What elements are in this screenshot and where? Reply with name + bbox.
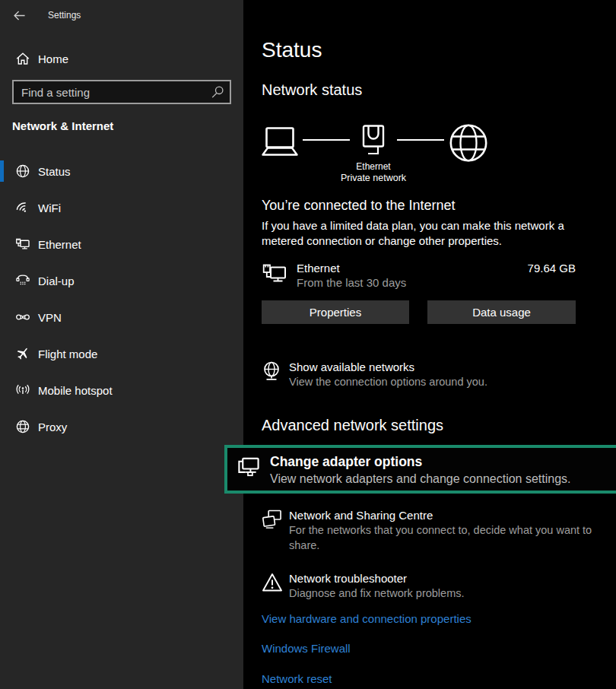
warning-triangle-icon [262,571,289,593]
page-title: Status [262,38,596,62]
advanced-item-change-adapter-options[interactable]: Change adapter options View network adap… [224,445,616,494]
show-networks-title: Show available networks [289,360,487,374]
usage-connection-name: Ethernet [297,261,406,275]
sidebar-item-home[interactable]: Home [0,48,243,69]
network-type: Private network [297,172,449,184]
sharing-centre-title: Network and Sharing Centre [289,508,596,522]
connected-heading: You’re connected to the Internet [262,198,596,214]
connected-body: If you have a limited data plan, you can… [262,218,590,248]
hotspot-antenna-icon [15,383,30,398]
sidebar-item-flight-mode[interactable]: Flight mode [0,340,243,367]
data-usage-row: Ethernet From the last 30 days 79.64 GB [262,261,576,291]
settings-window: Settings Home Network & Internet Status [0,0,616,689]
usage-period: From the last 30 days [297,275,406,291]
sidebar-item-label: Mobile hotspot [38,384,113,397]
wifi-icon [15,200,30,215]
sidebar: Settings Home Network & Internet Status [0,0,243,689]
show-available-networks-row[interactable]: Show available networks View the connect… [262,360,596,389]
sidebar-item-label: Proxy [38,421,67,433]
troubleshooter-title: Network troubleshooter [289,571,465,586]
home-icon [15,51,30,66]
connection-name: Ethernet [297,161,449,172]
feature-text: Show available networks View the connect… [289,360,487,389]
change-adapter-subtitle: View network adapters and change connect… [270,471,571,487]
connection-line [397,139,444,141]
network-adapter-icon [237,453,270,481]
sharing-centre-subtitle: For the networks that you connect to, de… [289,522,596,553]
usage-text: Ethernet From the last 30 days [297,261,406,291]
feature-text: Network troubleshooter Diagnose and fix … [289,571,465,601]
ethernet-icon [15,237,30,252]
usage-amount: 79.64 GB [528,261,576,275]
sidebar-item-vpn[interactable]: VPN [0,303,243,331]
status-globe-icon [15,164,30,179]
feature-text: Change adapter options View network adap… [270,453,571,487]
laptop-icon [262,127,298,157]
data-usage-button[interactable]: Data usage [427,300,576,324]
connection-line [303,139,350,141]
titlebar: Settings [0,0,243,23]
airplane-icon [15,346,30,361]
sidebar-item-wifi[interactable]: WiFi [0,194,243,221]
link-network-reset[interactable]: Network reset [262,672,596,686]
app-title: Settings [48,10,81,21]
show-networks-subtitle: View the connection options around you. [289,374,487,389]
link-view-hardware-properties[interactable]: View hardware and connection properties [262,612,596,626]
properties-button[interactable]: Properties [262,300,409,324]
sidebar-item-ethernet[interactable]: Ethernet [0,230,243,258]
link-windows-firewall[interactable]: Windows Firewall [262,642,596,656]
advanced-item-network-sharing-centre[interactable]: Network and Sharing Centre For the netwo… [262,508,596,553]
vpn-knot-icon [15,310,30,325]
proxy-globe-icon [15,419,30,434]
sidebar-item-mobile-hotspot[interactable]: Mobile hotspot [0,376,243,404]
globe-stand-icon [262,360,289,382]
advanced-settings-heading: Advanced network settings [262,417,596,434]
search-box [12,80,231,104]
network-diagram: Ethernet Private network [262,123,576,186]
ethernet-monitor-icon [262,261,287,287]
main-panel: Status Network status Ethernet Private n… [243,0,616,689]
sidebar-item-label: Ethernet [38,238,81,251]
button-row: Properties Data usage [262,300,576,324]
network-status-heading: Network status [262,81,596,99]
ethernet-plug-icon [357,125,389,160]
sidebar-item-label: WiFi [38,202,61,214]
troubleshooter-subtitle: Diagnose and fix network problems. [289,586,465,601]
sidebar-item-dial-up[interactable]: Dial-up [0,267,243,294]
search-input[interactable] [14,86,230,99]
feature-text: Network and Sharing Centre For the netwo… [289,508,596,553]
sidebar-item-label: Flight mode [38,348,97,360]
sidebar-item-proxy[interactable]: Proxy [0,413,243,440]
back-arrow-icon[interactable] [11,8,27,23]
sharing-monitors-icon [262,508,289,532]
change-adapter-title: Change adapter options [270,453,571,471]
diagram-captions: Ethernet Private network [297,161,449,184]
sidebar-nav: Status WiFi Ethernet Dial-up [0,157,243,440]
search-icon[interactable] [211,85,224,99]
sidebar-section-title: Network & Internet [12,119,231,132]
internet-globe-icon [449,123,488,163]
sidebar-item-label: VPN [38,311,62,324]
home-label: Home [38,52,68,65]
advanced-item-network-troubleshooter[interactable]: Network troubleshooter Diagnose and fix … [262,571,596,601]
sidebar-item-label: Status [38,165,71,178]
sidebar-item-status[interactable]: Status [0,157,243,185]
sidebar-item-label: Dial-up [38,275,75,287]
dialup-phone-icon [15,273,30,288]
